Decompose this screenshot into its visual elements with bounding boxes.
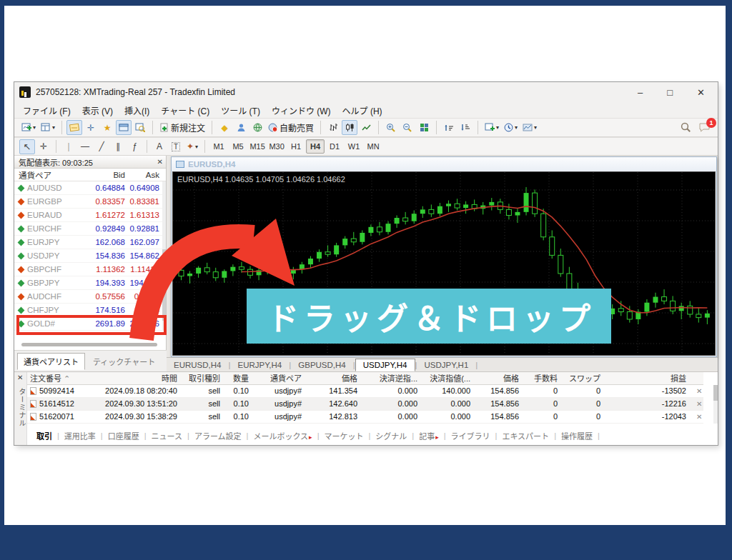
menu-item[interactable]: 表示 (V): [76, 103, 119, 118]
terminal-tab[interactable]: エキスパート: [497, 429, 554, 443]
minimize-button[interactable]: –: [638, 87, 643, 98]
trendline-tool-button[interactable]: ╱: [94, 139, 109, 154]
orders-column-header[interactable]: スワップ: [560, 372, 603, 384]
order-row[interactable]: 516200712024.09.30 15:38:29sell0.10usdjp…: [27, 410, 703, 423]
terminal-tab[interactable]: 取引: [31, 429, 57, 443]
orders-column-header[interactable]: 数量: [223, 372, 252, 384]
orders-column-header[interactable]: 手数料: [522, 372, 560, 384]
market-watch-hscroll-thumb[interactable]: [21, 343, 157, 346]
notifications-button[interactable]: 1: [698, 122, 711, 133]
chart-tab[interactable]: EURUSD,H4: [167, 359, 228, 371]
timeframe-button-m5[interactable]: M5: [229, 139, 247, 154]
chart-tab[interactable]: EURJPY,H4: [230, 359, 289, 371]
terminal-tab[interactable]: 記事▸: [414, 429, 444, 443]
orders-column-header[interactable]: [689, 372, 703, 384]
market-watch-row[interactable]: AUDUSD0.648840.64908: [14, 181, 166, 195]
chart-window-titlebar[interactable]: EURUSD,H4: [172, 157, 716, 171]
orders-column-header[interactable]: 価格: [305, 372, 360, 384]
menu-item[interactable]: チャート (C): [155, 103, 215, 118]
menu-item[interactable]: ファイル (F): [17, 103, 76, 118]
chart-tab[interactable]: GBPUSD,H4: [291, 359, 352, 371]
orders-column-header[interactable]: 通貨ペア: [252, 372, 305, 384]
market-watch-row[interactable]: EURCHF0.928490.92881: [14, 222, 166, 236]
terminal-tab[interactable]: ライブラリ: [446, 429, 495, 443]
new-chart-button[interactable]: ▾: [19, 120, 38, 135]
data-window-button[interactable]: ✛: [83, 120, 99, 135]
terminal-tab[interactable]: 運用比率: [59, 429, 101, 443]
column-symbol[interactable]: 通貨ペア: [14, 169, 82, 181]
timeframe-button-m15[interactable]: M15: [248, 139, 267, 154]
market-watch-toggle-button[interactable]: [66, 120, 82, 135]
chart-tab[interactable]: USDJPY,H1: [417, 359, 476, 371]
menu-item[interactable]: ヘルプ (H): [337, 103, 388, 118]
community-button[interactable]: [233, 120, 249, 135]
terminal-tab[interactable]: アラーム設定: [189, 429, 247, 443]
timeframe-button-h1[interactable]: H1: [287, 139, 305, 154]
terminal-tab[interactable]: マーケット: [319, 429, 368, 443]
market-watch-row[interactable]: GBPJPY194.393194.437: [14, 276, 166, 290]
sort-ascending-button[interactable]: [441, 120, 457, 135]
terminal-tab[interactable]: メールボックス▸: [248, 429, 317, 443]
new-order-button[interactable]: 新規注文: [157, 120, 207, 135]
close-button[interactable]: ✕: [697, 87, 705, 98]
menu-item[interactable]: ツール (T): [215, 103, 266, 118]
market-watch-row[interactable]: EURJPY162.068162.097: [14, 236, 166, 249]
market-watch-row[interactable]: EURAUD1.612721.61313: [14, 209, 166, 222]
channel-tool-button[interactable]: ∥: [110, 139, 126, 154]
bar-chart-mode-button[interactable]: [325, 120, 341, 135]
indicators-button[interactable]: ▾: [483, 120, 501, 135]
horizontal-line-tool-button[interactable]: —: [77, 139, 93, 154]
market-watch-tab[interactable]: ティックチャート: [86, 353, 162, 370]
menu-item[interactable]: ウィンドウ (W): [266, 103, 337, 118]
market-watch-titlebar[interactable]: 気配値表示: 09:03:25 ✕: [14, 156, 166, 169]
vertical-line-tool-button[interactable]: ｜: [61, 139, 76, 154]
orders-column-header[interactable]: 注文番号 ⌃: [27, 372, 96, 384]
close-position-icon[interactable]: ✕: [692, 400, 702, 408]
terminal-tab[interactable]: 口座履歴: [103, 429, 144, 443]
news-button[interactable]: [249, 120, 265, 135]
orders-column-header[interactable]: 時間: [96, 372, 180, 384]
order-row[interactable]: 509924142024.09.18 08:20:40sell0.10usdjp…: [27, 384, 703, 397]
terminal-tab[interactable]: 操作履歴: [556, 429, 598, 443]
zoom-in-button[interactable]: [383, 120, 399, 135]
search-icon[interactable]: [681, 122, 691, 133]
timeframe-button-d1[interactable]: D1: [325, 139, 344, 154]
candlestick-mode-button[interactable]: [342, 120, 357, 135]
column-bid[interactable]: Bid: [82, 171, 125, 179]
close-position-icon[interactable]: ✕: [692, 413, 702, 421]
market-watch-tab[interactable]: 通貨ペアリスト: [17, 353, 85, 370]
sort-descending-button[interactable]: [458, 120, 473, 135]
line-chart-mode-button[interactable]: [358, 120, 374, 135]
terminal-close-icon[interactable]: ✕: [17, 374, 23, 381]
metaeditor-button[interactable]: ◆: [217, 120, 232, 135]
fibonacci-tool-button[interactable]: ƒ: [127, 139, 142, 154]
zoom-out-button[interactable]: [400, 120, 415, 135]
market-watch-row[interactable]: AUDCHF0.575560.5759: [14, 290, 166, 304]
periods-button[interactable]: ▾: [502, 120, 520, 135]
orders-column-header[interactable]: 損益: [603, 372, 689, 384]
navigator-button[interactable]: ★: [99, 120, 115, 135]
autotrading-button[interactable]: 自動売買: [266, 120, 316, 135]
orders-column-header[interactable]: 取引種別: [180, 372, 223, 384]
orders-column-header[interactable]: 決済指値(...: [420, 372, 473, 384]
timeframe-button-mn[interactable]: MN: [364, 139, 382, 154]
orders-column-header[interactable]: 決済逆指...: [360, 372, 420, 384]
market-watch-vscrollbar[interactable]: [162, 181, 166, 330]
terminal-tab[interactable]: シグナル: [370, 429, 412, 443]
timeframe-button-m30[interactable]: M30: [267, 139, 286, 154]
market-watch-close-icon[interactable]: ✕: [157, 158, 163, 166]
terminal-vscrollbar[interactable]: [713, 385, 718, 424]
cursor-tool-button[interactable]: ↖: [19, 139, 35, 154]
timeframe-button-w1[interactable]: W1: [345, 139, 363, 154]
text-tool-button[interactable]: A: [152, 139, 167, 154]
shapes-tool-button[interactable]: ✦▾: [184, 139, 200, 154]
templates-button[interactable]: ▾: [520, 120, 539, 135]
market-watch-row[interactable]: GBPCHF1.113621.11414: [14, 263, 166, 276]
strategy-tester-button[interactable]: [132, 120, 148, 135]
crosshair-tool-button[interactable]: ✛: [36, 139, 51, 154]
menu-item[interactable]: 挿入(I): [119, 103, 155, 118]
market-watch-row[interactable]: EURGBP0.833570.83381: [14, 195, 166, 209]
close-position-icon[interactable]: ✕: [692, 387, 702, 395]
orders-column-header[interactable]: 価格: [473, 372, 522, 384]
profiles-button[interactable]: ▾: [39, 120, 57, 135]
